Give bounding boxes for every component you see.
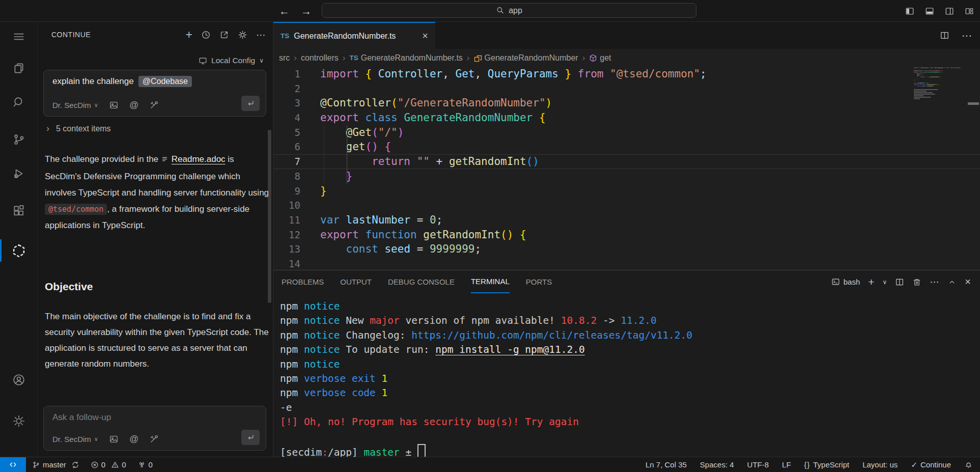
toggle-primary-sidebar-icon[interactable] <box>905 7 914 16</box>
breadcrumb-item-generaterandomnumber[interactable]: GenerateRandomNumber <box>474 53 578 63</box>
code-line[interactable]: 4export class GenerateRandomNumber { <box>273 110 980 125</box>
continue-extension-icon[interactable] <box>12 244 25 258</box>
history-icon[interactable] <box>201 30 211 40</box>
code-line[interactable]: 8 } <box>273 169 980 184</box>
sidebar-more-icon[interactable]: ⋯ <box>256 30 266 40</box>
terminal-dropdown-icon[interactable]: ∨ <box>883 279 887 286</box>
ports-item[interactable]: 0 <box>137 460 153 469</box>
search-view-icon[interactable] <box>12 96 25 109</box>
indentation-item[interactable]: Spaces: 4 <box>700 460 734 469</box>
tools-icon[interactable] <box>149 100 159 110</box>
breadcrumb-item-get[interactable]: get <box>589 53 611 63</box>
maximize-panel-icon[interactable] <box>947 277 957 287</box>
keyboard-layout-item[interactable]: Layout: us <box>862 460 898 469</box>
code-line[interactable]: 3@Controller("/GenerateRandomNumber") <box>273 96 980 110</box>
chat-input-box[interactable]: explain the challenge @Codebase Dr. SecD… <box>43 70 266 117</box>
kill-terminal-icon[interactable] <box>912 277 921 287</box>
mention-icon[interactable]: @ <box>129 434 138 445</box>
minimap[interactable]: import { Controller, Get, QueryParams } … <box>914 67 966 100</box>
code-line[interactable]: 2 <box>273 81 980 96</box>
breadcrumb-item-controllers[interactable]: controllers <box>301 53 339 63</box>
problems-item[interactable]: 0 0 <box>91 460 126 469</box>
code-line[interactable]: 12export function getRandomInt() { <box>273 228 980 242</box>
model-selector[interactable]: Dr. SecDim ∨ <box>52 101 98 109</box>
monitor-icon <box>199 57 207 65</box>
open-in-new-icon[interactable] <box>219 30 229 40</box>
code-editor[interactable]: 1import { Controller, Get, QueryParams }… <box>273 67 980 270</box>
sidebar-scrollbar[interactable] <box>268 130 271 303</box>
settings-gear-icon[interactable] <box>12 414 25 428</box>
code-line[interactable]: 1import { Controller, Get, QueryParams }… <box>273 67 980 81</box>
codebase-badge[interactable]: @Codebase <box>138 76 192 87</box>
indent-guide <box>324 125 324 184</box>
back-icon[interactable]: ← <box>279 5 290 17</box>
explorer-icon[interactable] <box>12 62 25 75</box>
accounts-icon[interactable] <box>12 373 25 386</box>
code-line[interactable]: 7 return "" + getRandomInt() <box>273 154 980 169</box>
panel-tab-problems[interactable]: PROBLEMS <box>282 270 324 293</box>
continue-status-item[interactable]: ✓ Continue <box>911 460 951 469</box>
close-panel-icon[interactable]: × <box>965 276 971 288</box>
breadcrumb-label: src <box>279 53 290 63</box>
git-branch-item[interactable]: master <box>32 460 79 469</box>
new-terminal-icon[interactable]: + <box>868 276 874 288</box>
code-line[interactable]: 5 @Get("/") <box>273 125 980 140</box>
run-debug-icon[interactable] <box>12 167 25 180</box>
line-number: 8 <box>273 169 300 184</box>
source-control-icon[interactable] <box>12 133 25 146</box>
editor-pane: TS GenerateRandomNumber.ts × ⋯ src›contr… <box>273 22 980 457</box>
attach-image-icon[interactable] <box>109 434 119 444</box>
new-session-icon[interactable]: + <box>186 29 192 41</box>
minimap-line: import { Controller, Get, QueryParams } … <box>914 67 966 69</box>
command-center-search[interactable]: app <box>322 3 696 18</box>
split-terminal-icon[interactable] <box>895 277 904 287</box>
send-enter-button[interactable] <box>241 430 260 445</box>
breadcrumb-item-src[interactable]: src <box>279 53 290 63</box>
code-line[interactable]: 9} <box>273 184 980 199</box>
context-items-toggle[interactable]: › 5 context items <box>46 123 111 134</box>
code-line[interactable]: 13 const seed = 9999999; <box>273 242 980 257</box>
forward-icon[interactable]: → <box>301 5 312 17</box>
code-line[interactable]: 6 get() { <box>273 140 980 154</box>
customize-layout-icon[interactable] <box>965 7 974 16</box>
attach-image-icon[interactable] <box>109 100 119 110</box>
tab-generaterandomnumber[interactable]: TS GenerateRandomNumber.ts × <box>273 22 435 49</box>
vscode-window: ← → app CONTINUE + <box>0 0 980 472</box>
toggle-secondary-sidebar-icon[interactable] <box>945 7 954 16</box>
panel-tab-debug-console[interactable]: DEBUG CONSOLE <box>388 270 455 293</box>
split-editor-icon[interactable] <box>940 31 949 40</box>
panel-tab-ports[interactable]: PORTS <box>526 270 552 293</box>
remote-indicator[interactable] <box>0 457 26 472</box>
encoding-item[interactable]: UTF-8 <box>747 460 769 469</box>
sidebar-gear-icon[interactable] <box>238 30 247 40</box>
panel-tab-terminal[interactable]: TERMINAL <box>471 270 510 293</box>
toggle-panel-icon[interactable] <box>925 7 934 16</box>
followup-input-box[interactable]: Ask a follow-up Dr. SecDim ∨ @ <box>43 406 266 451</box>
notifications-bell-icon[interactable] <box>964 460 973 469</box>
readme-link[interactable]: Readme.adoc <box>172 154 226 164</box>
panel-tab-output[interactable]: OUTPUT <box>340 270 372 293</box>
breadcrumb-separator-icon: › <box>467 53 470 63</box>
cursor-position-item[interactable]: Ln 7, Col 35 <box>646 460 687 469</box>
language-mode-item[interactable]: {} TypeScript <box>804 460 850 469</box>
panel-more-icon[interactable]: ⋯ <box>930 276 939 288</box>
extensions-icon[interactable] <box>12 204 25 217</box>
config-selector[interactable]: Local Config ∨ <box>199 54 264 67</box>
breadcrumb-item-generaterandomnumber-ts[interactable]: TSGenerateRandomNumber.ts <box>349 53 462 63</box>
terminal[interactable]: npm noticenpm notice New major version o… <box>280 299 980 457</box>
sync-icon <box>71 461 79 469</box>
menu-icon[interactable] <box>12 30 25 43</box>
code-line[interactable]: 11var lastNumber = 0; <box>273 213 980 228</box>
tools-icon[interactable] <box>149 434 159 444</box>
eol-item[interactable]: LF <box>782 460 791 469</box>
terminal-shell-item[interactable]: bash <box>831 277 860 286</box>
send-enter-button[interactable] <box>241 96 260 111</box>
code-line[interactable]: 10 <box>273 198 980 213</box>
editor-more-icon[interactable]: ⋯ <box>962 30 972 42</box>
tab-close-icon[interactable]: × <box>422 30 428 42</box>
code-line[interactable]: 14 <box>273 257 980 270</box>
mention-icon[interactable]: @ <box>129 100 138 110</box>
braces-icon: {} <box>804 461 810 469</box>
typescript-file-icon: TS <box>349 54 358 62</box>
model-selector[interactable]: Dr. SecDim ∨ <box>52 435 98 443</box>
